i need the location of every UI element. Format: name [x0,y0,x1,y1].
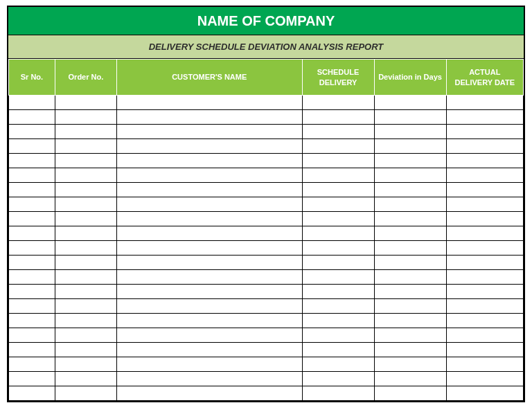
cell-schedule[interactable] [302,212,374,226]
cell-order[interactable] [55,241,116,256]
cell-customer[interactable] [117,386,302,401]
cell-schedule[interactable] [302,343,374,357]
cell-actual[interactable] [446,168,523,183]
cell-actual[interactable] [446,183,523,197]
cell-deviation[interactable] [374,226,446,241]
cell-sr[interactable] [9,314,55,328]
cell-actual[interactable] [446,241,523,256]
cell-sr[interactable] [9,343,55,357]
cell-deviation[interactable] [374,241,446,256]
cell-sr[interactable] [9,197,55,212]
cell-schedule[interactable] [302,285,374,299]
cell-schedule[interactable] [302,357,374,372]
cell-order[interactable] [55,139,116,154]
cell-actual[interactable] [446,125,523,139]
cell-customer[interactable] [117,372,302,386]
cell-customer[interactable] [117,125,302,139]
cell-order[interactable] [55,154,116,168]
cell-sr[interactable] [9,226,55,241]
cell-schedule[interactable] [302,183,374,197]
cell-customer[interactable] [117,183,302,197]
cell-customer[interactable] [117,357,302,372]
cell-customer[interactable] [117,110,302,125]
cell-actual[interactable] [446,154,523,168]
cell-customer[interactable] [117,241,302,256]
cell-deviation[interactable] [374,183,446,197]
cell-sr[interactable] [9,168,55,183]
cell-actual[interactable] [446,372,523,386]
cell-actual[interactable] [446,386,523,401]
cell-deviation[interactable] [374,125,446,139]
cell-order[interactable] [55,285,116,299]
cell-schedule[interactable] [302,226,374,241]
cell-deviation[interactable] [374,357,446,372]
cell-schedule[interactable] [302,197,374,212]
cell-schedule[interactable] [302,96,374,110]
cell-sr[interactable] [9,110,55,125]
cell-actual[interactable] [446,212,523,226]
cell-schedule[interactable] [302,328,374,343]
cell-schedule[interactable] [302,154,374,168]
cell-customer[interactable] [117,139,302,154]
cell-actual[interactable] [446,256,523,270]
cell-actual[interactable] [446,299,523,314]
cell-schedule[interactable] [302,314,374,328]
cell-customer[interactable] [117,285,302,299]
cell-order[interactable] [55,125,116,139]
cell-customer[interactable] [117,226,302,241]
cell-actual[interactable] [446,139,523,154]
cell-deviation[interactable] [374,285,446,299]
cell-actual[interactable] [446,328,523,343]
cell-order[interactable] [55,357,116,372]
cell-actual[interactable] [446,357,523,372]
cell-order[interactable] [55,110,116,125]
cell-deviation[interactable] [374,154,446,168]
cell-schedule[interactable] [302,139,374,154]
cell-schedule[interactable] [302,125,374,139]
cell-sr[interactable] [9,270,55,285]
cell-deviation[interactable] [374,270,446,285]
cell-schedule[interactable] [302,386,374,401]
cell-deviation[interactable] [374,299,446,314]
cell-actual[interactable] [446,226,523,241]
cell-order[interactable] [55,168,116,183]
cell-actual[interactable] [446,96,523,110]
cell-schedule[interactable] [302,110,374,125]
cell-actual[interactable] [446,314,523,328]
cell-deviation[interactable] [374,343,446,357]
cell-schedule[interactable] [302,256,374,270]
cell-order[interactable] [55,386,116,401]
cell-schedule[interactable] [302,270,374,285]
cell-sr[interactable] [9,125,55,139]
cell-sr[interactable] [9,212,55,226]
cell-sr[interactable] [9,241,55,256]
cell-sr[interactable] [9,299,55,314]
cell-actual[interactable] [446,110,523,125]
cell-schedule[interactable] [302,241,374,256]
cell-order[interactable] [55,183,116,197]
cell-schedule[interactable] [302,299,374,314]
cell-deviation[interactable] [374,328,446,343]
cell-actual[interactable] [446,270,523,285]
cell-deviation[interactable] [374,139,446,154]
cell-order[interactable] [55,197,116,212]
cell-deviation[interactable] [374,256,446,270]
cell-customer[interactable] [117,197,302,212]
cell-sr[interactable] [9,357,55,372]
cell-order[interactable] [55,212,116,226]
cell-deviation[interactable] [374,314,446,328]
cell-deviation[interactable] [374,110,446,125]
cell-deviation[interactable] [374,96,446,110]
cell-deviation[interactable] [374,212,446,226]
cell-customer[interactable] [117,154,302,168]
cell-order[interactable] [55,299,116,314]
cell-customer[interactable] [117,299,302,314]
cell-schedule[interactable] [302,372,374,386]
cell-customer[interactable] [117,343,302,357]
cell-customer[interactable] [117,212,302,226]
cell-order[interactable] [55,343,116,357]
cell-sr[interactable] [9,256,55,270]
cell-order[interactable] [55,256,116,270]
cell-sr[interactable] [9,96,55,110]
cell-order[interactable] [55,372,116,386]
